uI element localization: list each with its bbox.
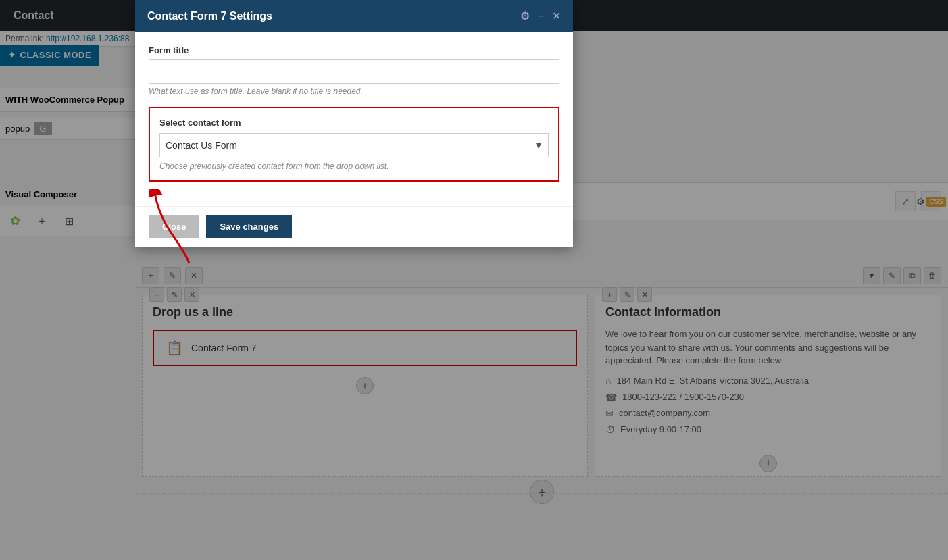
select-contact-form-section: Select contact form Contact Us Form Cont…: [149, 107, 559, 182]
select-wrapper: Contact Us Form Contact Form 1 ▼: [159, 133, 549, 157]
select-hint: Choose previously created contact form f…: [159, 161, 549, 171]
form-title-input[interactable]: [149, 59, 559, 84]
modal-gear-icon[interactable]: ⚙: [520, 9, 530, 22]
save-changes-button[interactable]: Save changes: [206, 215, 292, 238]
modal-header-icons: ⚙ − ✕: [520, 9, 561, 22]
modal-header: Contact Form 7 Settings ⚙ − ✕: [135, 0, 573, 32]
modal-minimize-icon[interactable]: −: [538, 10, 544, 22]
form-title-hint: What text use as form title. Leave blank…: [149, 86, 559, 96]
modal-close-icon[interactable]: ✕: [552, 9, 561, 22]
form-title-label: Form title: [149, 45, 559, 55]
modal-footer: Close Save changes: [135, 206, 573, 247]
select-section-label: Select contact form: [159, 118, 549, 128]
modal-dialog: Contact Form 7 Settings ⚙ − ✕ Form title…: [135, 0, 573, 247]
close-button[interactable]: Close: [149, 215, 199, 238]
contact-form-select[interactable]: Contact Us Form Contact Form 1: [159, 133, 549, 157]
modal-title: Contact Form 7 Settings: [147, 10, 272, 22]
form-title-group: Form title What text use as form title. …: [149, 45, 559, 96]
modal-body: Form title What text use as form title. …: [135, 32, 573, 206]
